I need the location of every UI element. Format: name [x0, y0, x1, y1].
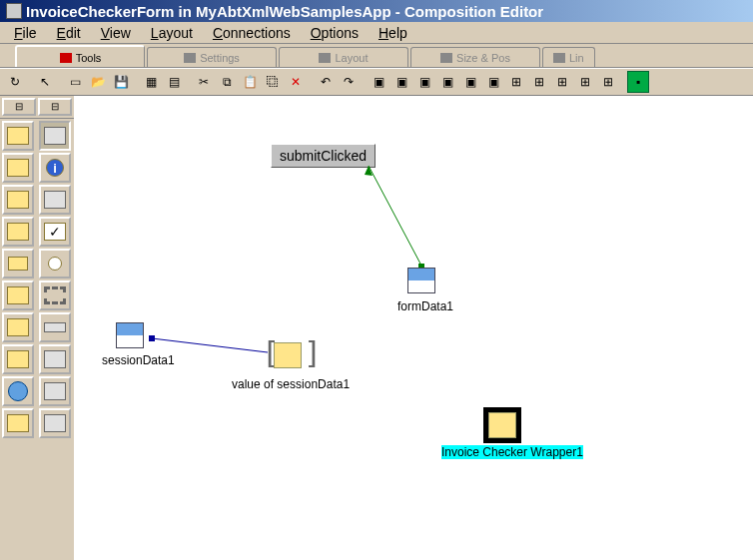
dist-button-1[interactable]: ⊞ — [505, 71, 527, 93]
copy-button[interactable]: ⧉ — [216, 71, 238, 93]
canvas[interactable]: submitClicked formData1 sessionData1 [ ]… — [76, 96, 753, 560]
palette-item-frame[interactable] — [2, 249, 34, 279]
palette-item-panel[interactable] — [2, 185, 34, 215]
window-title: InvoiceCheckerForm in MyAbtXmlWebSamples… — [26, 3, 543, 20]
palette-item-list[interactable] — [2, 280, 34, 310]
palette-item-field[interactable] — [39, 312, 71, 342]
palette-item-grid[interactable] — [39, 344, 71, 374]
dist-button-3[interactable]: ⊞ — [551, 71, 573, 93]
menu-options[interactable]: Options — [301, 24, 369, 42]
paste-button[interactable]: 📋 — [239, 71, 261, 93]
palette: ⊟ ⊟ i ✓ — [0, 96, 76, 560]
menu-view[interactable]: View — [91, 24, 141, 42]
tab-label: Layout — [335, 52, 368, 64]
palette-item-cols[interactable] — [39, 408, 71, 438]
connection-green[interactable] — [369, 166, 421, 266]
dist-button-4[interactable]: ⊞ — [574, 71, 596, 93]
align-button-2[interactable]: ▣ — [390, 71, 412, 93]
refresh-button[interactable]: ↻ — [4, 71, 26, 93]
align-button-1[interactable]: ▣ — [368, 71, 389, 93]
tab-link[interactable]: Lin — [542, 47, 595, 67]
menu-file[interactable]: File — [4, 24, 47, 42]
tab-label: Settings — [200, 52, 240, 64]
node-submit-clicked[interactable]: submitClicked — [271, 144, 376, 168]
palette-item-box[interactable] — [39, 280, 71, 310]
align-button-5[interactable]: ▣ — [459, 71, 481, 93]
title-bar: InvoiceCheckerForm in MyAbtXmlWebSamples… — [0, 0, 753, 22]
link-icon — [553, 53, 565, 63]
workspace: ⊟ ⊟ i ✓ — [0, 96, 753, 560]
redo-button[interactable]: ↷ — [338, 71, 360, 93]
node-form-data-label: formData1 — [397, 299, 453, 313]
toolbar: ↻ ↖ ▭ 📂 💾 ▦ ▤ ✂ ⧉ 📋 ⿻ ✕ ↶ ↷ ▣ ▣ ▣ ▣ ▣ ▣ … — [0, 68, 753, 96]
dist-button-2[interactable]: ⊞ — [528, 71, 550, 93]
settings-icon — [184, 53, 196, 63]
palette-item-rows[interactable] — [39, 376, 71, 406]
node-value-session[interactable] — [272, 340, 304, 370]
palette-item-radio[interactable] — [39, 249, 71, 279]
align-button-3[interactable]: ▣ — [413, 71, 435, 93]
new-button[interactable]: ▭ — [64, 71, 86, 93]
tab-label: Size & Pos — [456, 52, 510, 64]
invoice-wrapper-icon — [488, 412, 516, 438]
palette-item-form[interactable] — [2, 121, 34, 151]
menu-bar[interactable]: File Edit View Layout Connections Option… — [0, 22, 753, 44]
node-invoice-wrapper-label: Invoice Checker Wrapper1 — [441, 445, 583, 459]
palette-item-table[interactable] — [39, 185, 71, 215]
tab-label: Tools — [76, 52, 102, 64]
align-button-6[interactable]: ▣ — [482, 71, 504, 93]
palette-item-check[interactable]: ✓ — [39, 217, 71, 247]
app-icon — [6, 3, 22, 19]
palette-item-info[interactable]: i — [39, 153, 71, 183]
tab-sizepos[interactable]: Size & Pos — [410, 47, 540, 67]
form-data-icon — [407, 268, 435, 293]
palette-item-window[interactable] — [39, 121, 71, 151]
cut-button[interactable]: ✂ — [193, 71, 215, 93]
tab-layout[interactable]: Layout — [279, 47, 408, 67]
palette-item-card[interactable] — [2, 408, 34, 438]
node-invoice-wrapper[interactable] — [483, 407, 521, 443]
menu-help[interactable]: Help — [369, 24, 417, 42]
palette-item-view[interactable] — [2, 344, 34, 374]
palette-item-tree[interactable] — [2, 312, 34, 342]
palette-header: ⊟ ⊟ — [0, 96, 74, 119]
palette-cat-right[interactable]: ⊟ — [38, 98, 72, 116]
palette-item-container[interactable] — [2, 217, 34, 247]
snap-button[interactable]: ▤ — [163, 71, 185, 93]
tab-bar: Tools Settings Layout Size & Pos Lin — [0, 44, 753, 68]
node-session-data[interactable] — [114, 320, 146, 350]
node-value-session-label: value of sessionData1 — [232, 377, 350, 391]
run-button[interactable]: ▪ — [627, 71, 649, 93]
tab-settings[interactable]: Settings — [147, 47, 277, 67]
sizepos-icon — [440, 53, 452, 63]
open-button[interactable]: 📂 — [87, 71, 109, 93]
connection-blue[interactable] — [152, 338, 268, 352]
node-label-text: submitClicked — [280, 148, 367, 164]
value-session-icon — [274, 342, 302, 368]
bracket-right-icon: ] — [304, 338, 322, 368]
node-session-data-label: sessionData1 — [102, 353, 175, 367]
tools-icon — [60, 53, 72, 63]
tab-tools[interactable]: Tools — [15, 45, 145, 67]
palette-cat-left[interactable]: ⊟ — [2, 98, 36, 116]
undo-button[interactable]: ↶ — [315, 71, 337, 93]
palette-item-globe[interactable] — [2, 376, 34, 406]
connection-endpoint[interactable] — [149, 335, 155, 341]
tab-label: Lin — [569, 52, 584, 64]
dist-button-5[interactable]: ⊞ — [597, 71, 619, 93]
node-form-data[interactable] — [405, 266, 437, 295]
duplicate-button[interactable]: ⿻ — [262, 71, 284, 93]
layout-icon — [319, 53, 331, 63]
session-data-icon — [116, 322, 144, 348]
menu-layout[interactable]: Layout — [141, 24, 203, 42]
save-button[interactable]: 💾 — [110, 71, 132, 93]
align-button-4[interactable]: ▣ — [436, 71, 458, 93]
delete-button[interactable]: ✕ — [285, 71, 307, 93]
menu-connections[interactable]: Connections — [203, 24, 301, 42]
menu-edit[interactable]: Edit — [47, 24, 91, 42]
grid-button[interactable]: ▦ — [140, 71, 162, 93]
palette-item-folder[interactable] — [2, 153, 34, 183]
pointer-button[interactable]: ↖ — [34, 71, 56, 93]
